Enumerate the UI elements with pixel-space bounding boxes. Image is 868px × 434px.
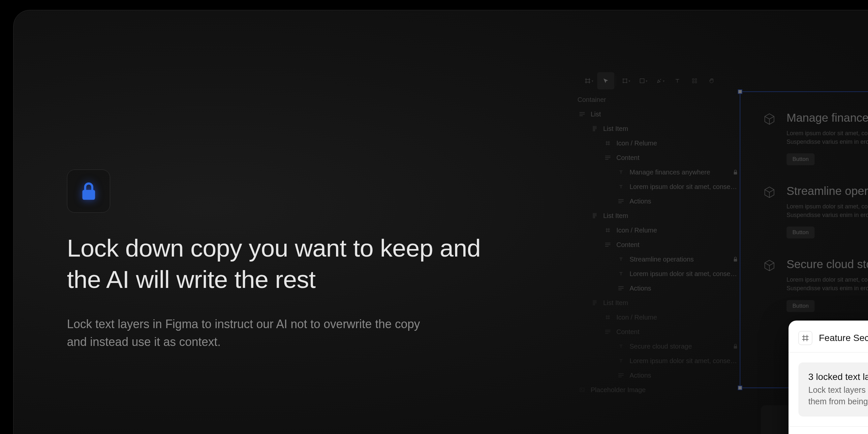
- layer-label: List: [591, 111, 740, 118]
- layer-row[interactable]: Icon / Relume: [578, 136, 740, 150]
- layer-row[interactable]: Streamline operations: [578, 252, 740, 267]
- figma-toolbar: ▾ ▾ ▾ ▾: [578, 70, 868, 91]
- hand-tool-icon[interactable]: [703, 72, 720, 89]
- layer-type-icon: [603, 155, 612, 160]
- layer-row[interactable]: List Item: [578, 121, 740, 136]
- feature-item: Manage finances anywhereLorem ipsum dolo…: [763, 111, 868, 165]
- svg-rect-9: [580, 388, 584, 392]
- svg-rect-3: [695, 79, 697, 81]
- layer-row[interactable]: Lorem ipsum dolor sit amet, conse…: [578, 267, 740, 281]
- cube-icon: [763, 186, 776, 199]
- svg-rect-7: [734, 259, 737, 261]
- layer-row[interactable]: Placeholder Image: [578, 382, 740, 397]
- layer-type-icon: [603, 227, 612, 233]
- layer-label: List Item: [603, 125, 740, 132]
- lock-icon: [80, 181, 98, 201]
- layer-label: Placeholder Image: [591, 386, 740, 394]
- frame-tool-icon[interactable]: ▾: [617, 72, 634, 89]
- layer-row[interactable]: Icon / Relume: [578, 223, 740, 238]
- layer-row[interactable]: Lorem ipsum dolor sit amet, conse…: [578, 353, 740, 368]
- feature-item: Streamline operationsLorem ipsum dolor s…: [763, 184, 868, 239]
- layer-label: Actions: [629, 285, 740, 292]
- generate-popup: Feature Section Est. usage: 200 words 3 …: [788, 320, 868, 434]
- layer-row[interactable]: Content: [578, 150, 740, 165]
- layer-label: Content: [616, 241, 740, 249]
- layer-row[interactable]: Actions: [578, 194, 740, 209]
- layer-type-icon: [590, 300, 599, 306]
- layer-label: Icon / Relume: [616, 314, 740, 321]
- svg-rect-2: [692, 79, 694, 81]
- locked-count-title: 3 locked text layers: [808, 372, 868, 382]
- layer-label: List Item: [603, 212, 740, 220]
- layer-type-icon: [603, 141, 612, 146]
- svg-rect-5: [695, 82, 697, 83]
- layer-label: Manage finances anywhere: [629, 168, 731, 176]
- container-label: Container: [578, 93, 740, 107]
- hero: Lock down copy you want to keep and the …: [67, 169, 502, 351]
- feature-desc: Lorem ipsum dolor sit amet, consectetur …: [786, 275, 868, 292]
- layer-type-icon: [616, 184, 626, 189]
- hero-subcopy: Lock text layers in Figma to instruct ou…: [67, 315, 436, 351]
- lock-icon: [733, 344, 740, 349]
- layer-row[interactable]: List: [578, 107, 740, 121]
- svg-rect-8: [734, 346, 737, 349]
- layer-type-icon: [603, 315, 612, 320]
- layer-label: Secure cloud storage: [629, 343, 731, 350]
- lock-icon: [733, 169, 740, 175]
- svg-rect-1: [640, 79, 644, 83]
- layer-row[interactable]: Content: [578, 324, 740, 339]
- layer-type-icon: [590, 213, 599, 219]
- feature-button[interactable]: Button: [786, 153, 814, 165]
- layer-row[interactable]: Secure cloud storage: [578, 339, 740, 353]
- hash-icon: [798, 331, 812, 345]
- layer-label: Icon / Relume: [616, 140, 740, 147]
- layer-row[interactable]: Icon / Relume: [578, 310, 740, 324]
- figma-layers-panel: Container ListList ItemIcon / RelumeCont…: [578, 91, 740, 397]
- layer-label: List Item: [603, 299, 740, 307]
- layer-row[interactable]: Actions: [578, 368, 740, 382]
- layer-row[interactable]: Content: [578, 238, 740, 252]
- layer-row[interactable]: Manage finances anywhere: [578, 165, 740, 179]
- svg-rect-0: [82, 190, 95, 199]
- move-tool-icon[interactable]: [597, 72, 614, 89]
- layer-type-icon: [616, 256, 626, 262]
- feature-button[interactable]: Button: [786, 226, 814, 239]
- feature-title: Streamline operations: [786, 184, 868, 197]
- feature-desc: Lorem ipsum dolor sit amet, consectetur …: [786, 129, 868, 146]
- cube-icon: [763, 259, 776, 272]
- layer-row[interactable]: Lorem ipsum dolor sit amet, conse…: [578, 179, 740, 194]
- layer-row[interactable]: List Item: [578, 296, 740, 310]
- layer-type-icon: [616, 344, 626, 349]
- layer-label: Lorem ipsum dolor sit amet, conse…: [629, 183, 740, 191]
- svg-rect-4: [692, 82, 694, 83]
- svg-rect-6: [734, 172, 737, 175]
- shape-tool-icon[interactable]: ▾: [634, 72, 652, 89]
- layer-type-icon: [616, 373, 626, 378]
- layer-label: Content: [616, 154, 740, 162]
- layer-label: Actions: [629, 197, 740, 205]
- layer-type-icon: [578, 387, 587, 393]
- layer-label: Actions: [629, 372, 740, 379]
- svg-point-10: [581, 389, 581, 390]
- layer-label: Lorem ipsum dolor sit amet, conse…: [629, 357, 740, 365]
- layer-type-icon: [616, 271, 626, 276]
- layer-type-icon: [616, 199, 626, 204]
- figma-canvas: Manage finances anywhereLorem ipsum dolo…: [740, 91, 868, 331]
- layer-type-icon: [603, 242, 612, 247]
- locked-desc: Lock text layers to prevent them from be…: [808, 384, 868, 407]
- hero-headline: Lock down copy you want to keep and the …: [67, 232, 502, 296]
- layer-row[interactable]: List Item: [578, 209, 740, 223]
- promo-card: Lock down copy you want to keep and the …: [13, 10, 868, 434]
- feature-button[interactable]: Button: [786, 300, 814, 312]
- resources-tool-icon[interactable]: [686, 72, 703, 89]
- locked-layers-box: 3 locked text layers Lock text layers to…: [798, 363, 868, 416]
- layer-type-icon: [578, 112, 587, 116]
- feature-title: Manage finances anywhere: [786, 111, 868, 124]
- feature-item: Secure cloud storageLorem ipsum dolor si…: [763, 257, 868, 312]
- hash-tool-icon[interactable]: ▾: [580, 72, 597, 89]
- text-tool-icon[interactable]: [669, 72, 686, 89]
- layer-row[interactable]: Actions: [578, 281, 740, 296]
- lock-badge: [67, 169, 110, 213]
- pen-tool-icon[interactable]: ▾: [652, 72, 669, 89]
- cube-icon: [763, 113, 776, 126]
